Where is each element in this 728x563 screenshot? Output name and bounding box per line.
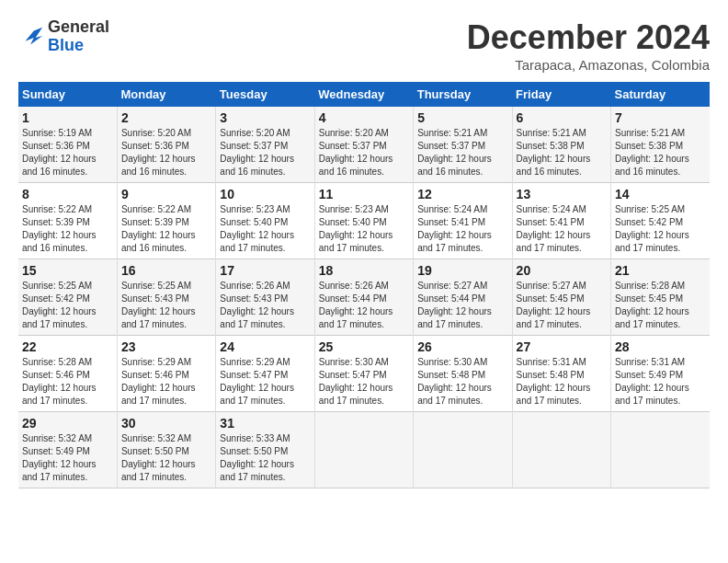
logo-line2: Blue: [48, 37, 109, 55]
calendar-cell: 16Sunrise: 5:25 AM Sunset: 5:43 PM Dayli…: [117, 259, 215, 336]
day-info: Sunrise: 5:24 AM Sunset: 5:41 PM Dayligh…: [417, 203, 507, 255]
day-info: Sunrise: 5:30 AM Sunset: 5:48 PM Dayligh…: [417, 356, 507, 408]
day-number: 1: [22, 110, 113, 125]
day-info: Sunrise: 5:21 AM Sunset: 5:37 PM Dayligh…: [417, 127, 507, 178]
calendar-cell: 20Sunrise: 5:27 AM Sunset: 5:45 PM Dayli…: [512, 259, 610, 336]
day-info: Sunrise: 5:22 AM Sunset: 5:39 PM Dayligh…: [22, 203, 113, 255]
day-info: Sunrise: 5:23 AM Sunset: 5:40 PM Dayligh…: [220, 203, 310, 255]
day-info: Sunrise: 5:29 AM Sunset: 5:47 PM Dayligh…: [220, 356, 310, 408]
calendar-cell: 27Sunrise: 5:31 AM Sunset: 5:48 PM Dayli…: [512, 336, 610, 412]
day-info: Sunrise: 5:25 AM Sunset: 5:43 PM Dayligh…: [121, 280, 211, 331]
calendar-cell: 14Sunrise: 5:25 AM Sunset: 5:42 PM Dayli…: [611, 183, 710, 259]
month-title: December 2024: [467, 18, 710, 57]
calendar-week-row: 1Sunrise: 5:19 AM Sunset: 5:36 PM Daylig…: [18, 107, 710, 183]
day-number: 14: [615, 187, 706, 201]
day-info: Sunrise: 5:24 AM Sunset: 5:41 PM Dayligh…: [517, 203, 607, 255]
calendar-cell: 11Sunrise: 5:23 AM Sunset: 5:40 PM Dayli…: [314, 183, 413, 259]
calendar-cell: 28Sunrise: 5:31 AM Sunset: 5:49 PM Dayli…: [611, 336, 710, 412]
calendar-cell: 8Sunrise: 5:22 AM Sunset: 5:39 PM Daylig…: [18, 183, 117, 259]
day-info: Sunrise: 5:28 AM Sunset: 5:46 PM Dayligh…: [22, 356, 113, 408]
day-info: Sunrise: 5:20 AM Sunset: 5:37 PM Dayligh…: [220, 127, 310, 178]
day-number: 29: [22, 416, 113, 431]
day-number: 31: [220, 416, 310, 431]
day-number: 22: [22, 339, 113, 354]
calendar-cell: 26Sunrise: 5:30 AM Sunset: 5:48 PM Dayli…: [414, 336, 512, 412]
day-info: Sunrise: 5:22 AM Sunset: 5:39 PM Dayligh…: [121, 203, 211, 255]
day-number: 13: [517, 187, 607, 201]
calendar-cell: 1Sunrise: 5:19 AM Sunset: 5:36 PM Daylig…: [18, 107, 117, 183]
calendar-cell: 2Sunrise: 5:20 AM Sunset: 5:36 PM Daylig…: [117, 107, 215, 183]
calendar-cell: 30Sunrise: 5:32 AM Sunset: 5:50 PM Dayli…: [117, 412, 215, 488]
day-info: Sunrise: 5:21 AM Sunset: 5:38 PM Dayligh…: [615, 127, 706, 178]
day-number: 23: [121, 339, 211, 354]
calendar-cell: 31Sunrise: 5:33 AM Sunset: 5:50 PM Dayli…: [216, 412, 314, 488]
day-number: 27: [517, 339, 607, 354]
calendar-week-row: 15Sunrise: 5:25 AM Sunset: 5:42 PM Dayli…: [18, 259, 710, 336]
calendar-cell: 10Sunrise: 5:23 AM Sunset: 5:40 PM Dayli…: [216, 183, 314, 259]
day-number: 25: [319, 339, 409, 354]
day-number: 2: [121, 110, 211, 125]
calendar-cell: 3Sunrise: 5:20 AM Sunset: 5:37 PM Daylig…: [216, 107, 314, 183]
calendar-cell: 4Sunrise: 5:20 AM Sunset: 5:37 PM Daylig…: [314, 107, 413, 183]
day-info: Sunrise: 5:23 AM Sunset: 5:40 PM Dayligh…: [319, 203, 409, 255]
col-header-tuesday: Tuesday: [216, 82, 314, 107]
day-info: Sunrise: 5:27 AM Sunset: 5:45 PM Dayligh…: [517, 280, 607, 331]
calendar-cell: [512, 412, 610, 488]
col-header-sunday: Sunday: [18, 82, 117, 107]
calendar-week-row: 8Sunrise: 5:22 AM Sunset: 5:39 PM Daylig…: [18, 183, 710, 259]
logo-icon: [18, 24, 44, 50]
calendar-cell: 24Sunrise: 5:29 AM Sunset: 5:47 PM Dayli…: [216, 336, 314, 412]
day-number: 30: [121, 416, 211, 431]
calendar-cell: 17Sunrise: 5:26 AM Sunset: 5:43 PM Dayli…: [216, 259, 314, 336]
calendar-cell: 18Sunrise: 5:26 AM Sunset: 5:44 PM Dayli…: [314, 259, 413, 336]
calendar-cell: 23Sunrise: 5:29 AM Sunset: 5:46 PM Dayli…: [117, 336, 215, 412]
col-header-wednesday: Wednesday: [314, 82, 413, 107]
day-info: Sunrise: 5:32 AM Sunset: 5:50 PM Dayligh…: [121, 432, 211, 484]
day-info: Sunrise: 5:30 AM Sunset: 5:47 PM Dayligh…: [319, 356, 409, 408]
day-number: 8: [22, 187, 113, 201]
day-number: 19: [417, 263, 507, 278]
day-info: Sunrise: 5:29 AM Sunset: 5:46 PM Dayligh…: [121, 356, 211, 408]
calendar-cell: 21Sunrise: 5:28 AM Sunset: 5:45 PM Dayli…: [611, 259, 710, 336]
day-info: Sunrise: 5:20 AM Sunset: 5:36 PM Dayligh…: [121, 127, 211, 178]
calendar-cell: 5Sunrise: 5:21 AM Sunset: 5:37 PM Daylig…: [414, 107, 512, 183]
day-number: 28: [615, 339, 706, 354]
calendar-cell: 15Sunrise: 5:25 AM Sunset: 5:42 PM Dayli…: [18, 259, 117, 336]
day-info: Sunrise: 5:25 AM Sunset: 5:42 PM Dayligh…: [615, 203, 706, 255]
calendar-week-row: 29Sunrise: 5:32 AM Sunset: 5:49 PM Dayli…: [18, 412, 710, 488]
day-number: 12: [417, 187, 507, 201]
page-header: General Blue December 2024 Tarapaca, Ama…: [18, 18, 710, 73]
logo-line1: General: [48, 18, 109, 37]
day-number: 26: [417, 339, 507, 354]
day-number: 20: [517, 263, 607, 278]
day-number: 18: [319, 263, 409, 278]
day-number: 5: [417, 110, 507, 125]
day-info: Sunrise: 5:31 AM Sunset: 5:49 PM Dayligh…: [615, 356, 706, 408]
calendar-cell: 13Sunrise: 5:24 AM Sunset: 5:41 PM Dayli…: [512, 183, 610, 259]
day-number: 21: [615, 263, 706, 278]
day-info: Sunrise: 5:25 AM Sunset: 5:42 PM Dayligh…: [22, 280, 113, 331]
col-header-friday: Friday: [512, 82, 610, 107]
title-block: December 2024 Tarapaca, Amazonas, Colomb…: [467, 18, 710, 73]
calendar-cell: 19Sunrise: 5:27 AM Sunset: 5:44 PM Dayli…: [414, 259, 512, 336]
day-info: Sunrise: 5:19 AM Sunset: 5:36 PM Dayligh…: [22, 127, 113, 178]
day-number: 3: [220, 110, 310, 125]
col-header-monday: Monday: [117, 82, 215, 107]
day-number: 11: [319, 187, 409, 201]
day-info: Sunrise: 5:21 AM Sunset: 5:38 PM Dayligh…: [517, 127, 607, 178]
calendar-cell: 6Sunrise: 5:21 AM Sunset: 5:38 PM Daylig…: [512, 107, 610, 183]
day-info: Sunrise: 5:28 AM Sunset: 5:45 PM Dayligh…: [615, 280, 706, 331]
day-number: 24: [220, 339, 310, 354]
calendar-week-row: 22Sunrise: 5:28 AM Sunset: 5:46 PM Dayli…: [18, 336, 710, 412]
day-number: 17: [220, 263, 310, 278]
col-header-saturday: Saturday: [611, 82, 710, 107]
calendar-cell: 7Sunrise: 5:21 AM Sunset: 5:38 PM Daylig…: [611, 107, 710, 183]
day-number: 15: [22, 263, 113, 278]
calendar-cell: 25Sunrise: 5:30 AM Sunset: 5:47 PM Dayli…: [314, 336, 413, 412]
calendar-cell: [314, 412, 413, 488]
day-number: 16: [121, 263, 211, 278]
calendar-table: SundayMondayTuesdayWednesdayThursdayFrid…: [18, 82, 710, 488]
calendar-cell: 12Sunrise: 5:24 AM Sunset: 5:41 PM Dayli…: [414, 183, 512, 259]
day-number: 10: [220, 187, 310, 201]
day-number: 6: [517, 110, 607, 125]
